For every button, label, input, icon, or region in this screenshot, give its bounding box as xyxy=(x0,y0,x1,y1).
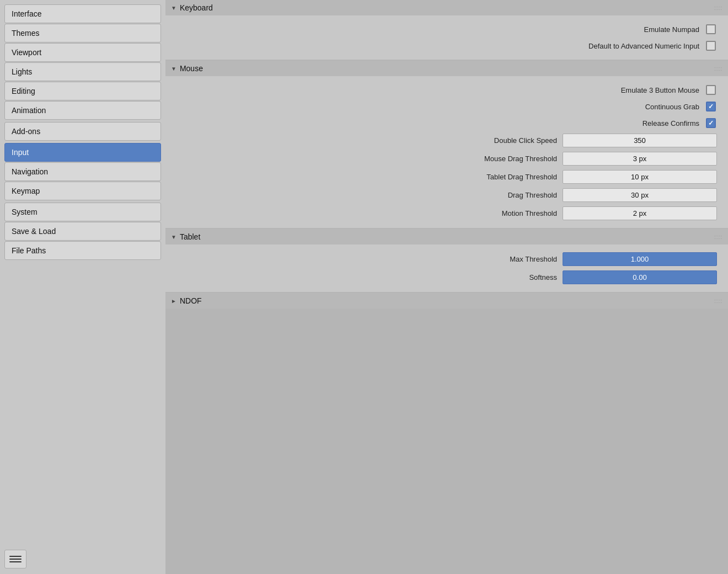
label-emulate-numpad: Emulate Numpad xyxy=(600,25,699,34)
sidebar-group-group3: InputNavigationKeymap xyxy=(4,143,161,200)
section-header-keyboard[interactable]: ▼Keyboard:::: xyxy=(165,0,728,15)
form-row-continuous-grab: Continuous Grab xyxy=(176,98,717,115)
checkbox-emulate-numpad[interactable] xyxy=(706,24,716,34)
label-drag-threshold: Drag Threshold xyxy=(458,191,557,199)
form-row-max-threshold: Max Threshold1.000 xyxy=(176,250,717,268)
input-max-threshold[interactable]: 1.000 xyxy=(563,252,717,266)
form-row-motion-threshold: Motion Threshold2 px xyxy=(176,204,717,222)
section-dots-keyboard: :::: xyxy=(714,5,722,11)
input-drag-threshold[interactable]: 30 px xyxy=(563,188,717,202)
form-row-drag-threshold: Drag Threshold30 px xyxy=(176,186,717,204)
checkbox-release-confirms[interactable] xyxy=(706,118,716,128)
section-keyboard: ▼Keyboard::::Emulate NumpadDefault to Ad… xyxy=(165,0,728,60)
sidebar-group-group4: SystemSave & LoadFile Paths xyxy=(4,203,161,260)
form-row-double-click-speed: Double Click Speed350 xyxy=(176,131,717,150)
input-softness[interactable]: 0.00 xyxy=(563,270,717,284)
checkbox-continuous-grab[interactable] xyxy=(706,102,716,111)
sidebar-group-group1: InterfaceThemesViewportLightsEditingAnim… xyxy=(4,4,161,120)
section-ndof: ►NDOF:::: xyxy=(165,293,728,309)
sidebar-item-addons[interactable]: Add-ons xyxy=(4,122,161,141)
input-mouse-drag-threshold[interactable]: 3 px xyxy=(563,152,717,166)
section-title-tablet: Tablet xyxy=(180,232,200,241)
menu-bar-2 xyxy=(9,559,22,560)
form-row-softness: Softness0.00 xyxy=(176,268,717,286)
triangle-icon-ndof: ► xyxy=(171,298,176,304)
sidebar-item-animation[interactable]: Animation xyxy=(4,101,161,120)
section-title-ndof: NDOF xyxy=(180,296,202,305)
sidebar-item-navigation[interactable]: Navigation xyxy=(4,162,161,181)
form-row-emulate-3-button: Emulate 3 Button Mouse xyxy=(176,82,717,98)
main-content: ▼Keyboard::::Emulate NumpadDefault to Ad… xyxy=(165,0,728,574)
checkbox-emulate-3-button[interactable] xyxy=(706,85,716,95)
triangle-icon-keyboard: ▼ xyxy=(171,5,176,11)
sidebar-item-save-load[interactable]: Save & Load xyxy=(4,222,161,241)
form-row-release-confirms: Release Confirms xyxy=(176,115,717,131)
section-body-keyboard: Emulate NumpadDefault to Advanced Numeri… xyxy=(165,15,728,60)
menu-bar-1 xyxy=(9,556,22,557)
label-tablet-drag-threshold: Tablet Drag Threshold xyxy=(458,173,557,181)
checkbox-wrap-emulate-numpad xyxy=(705,23,717,35)
section-mouse: ▼Mouse::::Emulate 3 Button MouseContinuo… xyxy=(165,61,728,228)
label-double-click-speed: Double Click Speed xyxy=(458,136,557,145)
label-softness: Softness xyxy=(458,273,557,281)
section-body-mouse: Emulate 3 Button MouseContinuous GrabRel… xyxy=(165,76,728,228)
form-row-tablet-drag-threshold: Tablet Drag Threshold10 px xyxy=(176,168,717,186)
sidebar-item-themes[interactable]: Themes xyxy=(4,24,161,42)
section-dots-mouse: :::: xyxy=(714,66,722,72)
label-default-advanced-numeric: Default to Advanced Numeric Input xyxy=(588,42,699,50)
section-header-tablet[interactable]: ▼Tablet:::: xyxy=(165,229,728,245)
section-header-mouse[interactable]: ▼Mouse:::: xyxy=(165,61,728,76)
sidebar-item-viewport[interactable]: Viewport xyxy=(4,43,161,62)
label-release-confirms: Release Confirms xyxy=(600,119,699,127)
section-title-mouse: Mouse xyxy=(180,64,203,73)
section-dots-ndof: :::: xyxy=(714,298,722,304)
section-body-tablet: Max Threshold1.000Softness0.00 xyxy=(165,245,728,292)
sidebar-item-lights[interactable]: Lights xyxy=(4,62,161,81)
section-tablet: ▼Tablet::::Max Threshold1.000Softness0.0… xyxy=(165,229,728,292)
sidebar: InterfaceThemesViewportLightsEditingAnim… xyxy=(0,0,165,574)
sidebar-group-group2: Add-ons xyxy=(4,122,161,141)
input-double-click-speed[interactable]: 350 xyxy=(563,134,717,147)
label-emulate-3-button: Emulate 3 Button Mouse xyxy=(600,86,699,94)
form-row-emulate-numpad: Emulate Numpad xyxy=(176,21,717,38)
label-motion-threshold: Motion Threshold xyxy=(458,209,557,217)
menu-icon-button[interactable] xyxy=(4,550,26,568)
label-mouse-drag-threshold: Mouse Drag Threshold xyxy=(458,155,557,163)
sidebar-item-keymap[interactable]: Keymap xyxy=(4,182,161,200)
section-header-ndof[interactable]: ►NDOF:::: xyxy=(165,293,728,309)
section-title-keyboard: Keyboard xyxy=(180,3,213,12)
checkbox-wrap-release-confirms xyxy=(705,117,717,129)
checkbox-default-advanced-numeric[interactable] xyxy=(706,41,716,51)
triangle-icon-mouse: ▼ xyxy=(171,66,176,72)
menu-bar-3 xyxy=(9,561,22,562)
section-dots-tablet: :::: xyxy=(714,234,722,240)
checkbox-wrap-default-advanced-numeric xyxy=(705,40,717,52)
sidebar-item-editing[interactable]: Editing xyxy=(4,82,161,100)
sidebar-item-file-paths[interactable]: File Paths xyxy=(4,241,161,260)
sidebar-item-system[interactable]: System xyxy=(4,203,161,221)
form-row-default-advanced-numeric: Default to Advanced Numeric Input xyxy=(176,38,717,54)
sidebar-item-input[interactable]: Input xyxy=(4,143,161,162)
label-max-threshold: Max Threshold xyxy=(458,255,557,263)
sidebar-item-interface[interactable]: Interface xyxy=(4,4,161,23)
triangle-icon-tablet: ▼ xyxy=(171,234,176,240)
form-row-mouse-drag-threshold: Mouse Drag Threshold3 px xyxy=(176,150,717,168)
input-tablet-drag-threshold[interactable]: 10 px xyxy=(563,170,717,184)
sidebar-bottom xyxy=(4,550,161,568)
checkbox-wrap-continuous-grab xyxy=(705,100,717,113)
checkbox-wrap-emulate-3-button xyxy=(705,84,717,96)
input-motion-threshold[interactable]: 2 px xyxy=(563,206,717,220)
label-continuous-grab: Continuous Grab xyxy=(600,103,699,111)
